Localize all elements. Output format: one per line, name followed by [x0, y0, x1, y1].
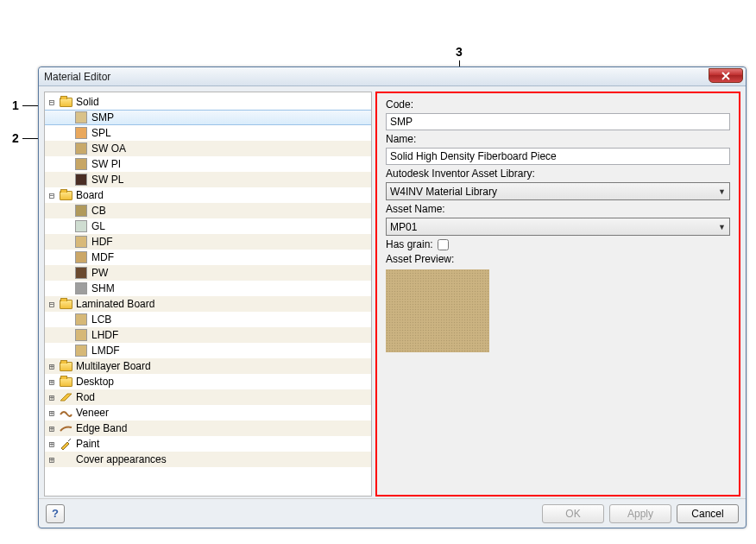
callout-number-1: 1: [12, 98, 19, 112]
dialog-body: ⊟Solid·SMP·SPL·SW OA·SW PI·SW PL⊟Board·C…: [39, 86, 746, 498]
code-label: Code:: [386, 98, 730, 111]
tree-item-label: SW PI: [91, 158, 121, 170]
asset-library-select[interactable]: W4INV Material Library ▼: [386, 182, 730, 200]
expand-toggle-icon[interactable]: ⊞: [45, 423, 59, 434]
material-swatch-icon: [74, 282, 88, 294]
expand-toggle-icon[interactable]: ⊞: [45, 392, 59, 403]
expand-toggle-icon[interactable]: ⊞: [45, 361, 59, 372]
tree-item-label: SMP: [91, 111, 114, 123]
tree-item[interactable]: ·SHM: [45, 281, 371, 296]
tree-item-label: LHDF: [91, 329, 118, 341]
titlebar[interactable]: Material Editor: [39, 67, 746, 86]
help-button[interactable]: ?: [46, 504, 65, 523]
tree-item-label: SPL: [91, 127, 111, 139]
tree-item[interactable]: ·CB: [45, 203, 371, 218]
close-icon: [721, 72, 731, 80]
tree-item[interactable]: ⊞Veneer: [45, 405, 371, 421]
tree-item[interactable]: ·LMDF: [45, 343, 371, 358]
tree-item[interactable]: ⊞Rod: [45, 389, 371, 405]
apply-button[interactable]: Apply: [609, 504, 671, 523]
expand-toggle-icon[interactable]: ⊞: [45, 454, 59, 465]
expand-toggle-icon: ·: [60, 159, 74, 170]
tree-item[interactable]: ⊞Edge Band: [45, 421, 371, 436]
tree-item[interactable]: ·SW OA: [45, 141, 371, 156]
edge-band-icon: [59, 422, 72, 434]
material-swatch-icon: [74, 205, 88, 217]
tree-item[interactable]: ·GL: [45, 218, 371, 234]
folder-icon: [59, 376, 72, 388]
folder-icon: [59, 298, 72, 310]
expand-toggle-icon[interactable]: ⊞: [45, 439, 59, 450]
tree-item-label: Laminated Board: [76, 298, 154, 310]
materials-tree[interactable]: ⊟Solid·SMP·SPL·SW OA·SW PI·SW PL⊟Board·C…: [44, 92, 372, 497]
expand-toggle-icon[interactable]: ⊟: [45, 190, 59, 201]
window-title: Material Editor: [44, 71, 110, 83]
tree-item[interactable]: ·PW: [45, 265, 371, 281]
tree-item[interactable]: ·SW PI: [45, 156, 371, 172]
help-icon: ?: [52, 507, 59, 520]
tree-item[interactable]: ·MDF: [45, 250, 371, 265]
ok-button[interactable]: OK: [542, 504, 604, 523]
name-input[interactable]: [386, 148, 730, 165]
tree-item[interactable]: ⊞Desktop: [45, 374, 371, 389]
paint-icon: [59, 438, 72, 450]
tree-item[interactable]: ·HDF: [45, 234, 371, 250]
folder-icon: [59, 96, 72, 108]
callout-number-3: 3: [456, 45, 463, 59]
tree-item-label: Rod: [76, 391, 95, 403]
properties-panel: Code: Name: Autodesk Inventor Asset Libr…: [375, 92, 740, 497]
tree-item-label: SW PL: [91, 174, 123, 186]
blank-icon: [59, 453, 72, 465]
tree-item[interactable]: ·SPL: [45, 125, 371, 141]
expand-toggle-icon: ·: [60, 252, 74, 263]
expand-toggle-icon: ·: [60, 237, 74, 248]
asset-preview-label: Asset Preview:: [386, 253, 730, 265]
tree-item-label: Cover appearances: [76, 453, 167, 465]
material-swatch-icon: [74, 142, 88, 155]
expand-toggle-icon: ·: [60, 112, 74, 123]
dialog-footer: ? OK Apply Cancel: [39, 498, 746, 528]
expand-toggle-icon: ·: [60, 221, 74, 232]
expand-toggle-icon[interactable]: ⊞: [45, 376, 59, 388]
tree-item[interactable]: ·LHDF: [45, 327, 371, 343]
expand-toggle-icon: ·: [60, 314, 74, 326]
material-swatch-icon: [74, 267, 88, 279]
tree-item[interactable]: ·SW PL: [45, 172, 371, 187]
tree-item-label: Edge Band: [76, 422, 127, 434]
tree-item-label: HDF: [91, 236, 113, 248]
material-swatch-icon: [74, 127, 88, 139]
expand-toggle-icon: ·: [60, 330, 74, 341]
code-input[interactable]: [386, 113, 730, 130]
expand-toggle-icon: ·: [60, 174, 74, 186]
tree-item[interactable]: ⊟Solid: [45, 94, 371, 110]
tree-item[interactable]: ⊟Laminated Board: [45, 296, 371, 312]
tree-item[interactable]: ·SMP: [45, 110, 371, 125]
tree-item-label: SHM: [91, 282, 115, 294]
asset-name-select[interactable]: MP01 ▼: [386, 218, 730, 236]
material-swatch-icon: [74, 329, 88, 341]
expand-toggle-icon[interactable]: ⊟: [45, 97, 59, 108]
asset-name-value: MP01: [390, 221, 417, 233]
expand-toggle-icon: ·: [60, 143, 74, 155]
tree-item[interactable]: ⊟Board: [45, 187, 371, 203]
has-grain-checkbox[interactable]: [438, 239, 449, 250]
expand-toggle-icon[interactable]: ⊞: [45, 408, 59, 419]
tree-item-label: Paint: [76, 438, 99, 450]
tree-item-label: Board: [76, 189, 104, 201]
expand-toggle-icon[interactable]: ⊟: [45, 299, 59, 310]
expand-toggle-icon: ·: [60, 206, 74, 217]
tree-item[interactable]: ⊞Multilayer Board: [45, 358, 371, 374]
tree-item[interactable]: ·LCB: [45, 312, 371, 327]
material-swatch-icon: [74, 111, 88, 123]
tree-item-label: Solid: [76, 96, 99, 108]
tree-item-label: PW: [91, 267, 108, 279]
expand-toggle-icon: ·: [60, 128, 74, 139]
tree-item[interactable]: ⊞Cover appearances: [45, 452, 371, 467]
material-swatch-icon: [74, 158, 88, 170]
material-swatch-icon: [74, 236, 88, 248]
name-label: Name:: [386, 133, 730, 145]
close-button[interactable]: [709, 68, 743, 83]
tree-item[interactable]: ⊞Paint: [45, 436, 371, 452]
folder-icon: [59, 360, 72, 372]
cancel-button[interactable]: Cancel: [677, 504, 739, 523]
